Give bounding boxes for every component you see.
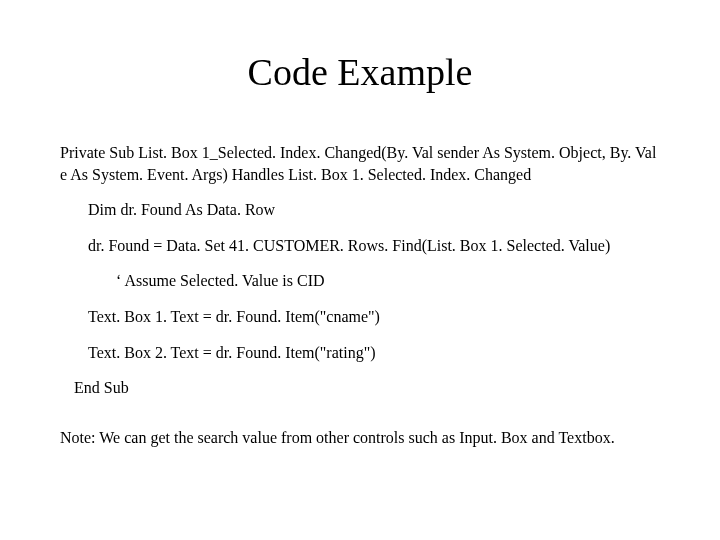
slide-title: Code Example bbox=[60, 50, 660, 94]
code-endsub: End Sub bbox=[60, 377, 660, 399]
code-textbox1: Text. Box 1. Text = dr. Found. Item("cna… bbox=[60, 306, 660, 328]
code-comment: ‘ Assume Selected. Value is CID bbox=[60, 270, 660, 292]
code-dim: Dim dr. Found As Data. Row bbox=[60, 199, 660, 221]
code-textbox2: Text. Box 2. Text = dr. Found. Item("rat… bbox=[60, 342, 660, 364]
code-signature: Private Sub List. Box 1_Selected. Index.… bbox=[60, 142, 660, 185]
code-assign: dr. Found = Data. Set 41. CUSTOMER. Rows… bbox=[60, 235, 660, 257]
slide-note: Note: We can get the search value from o… bbox=[60, 427, 660, 449]
